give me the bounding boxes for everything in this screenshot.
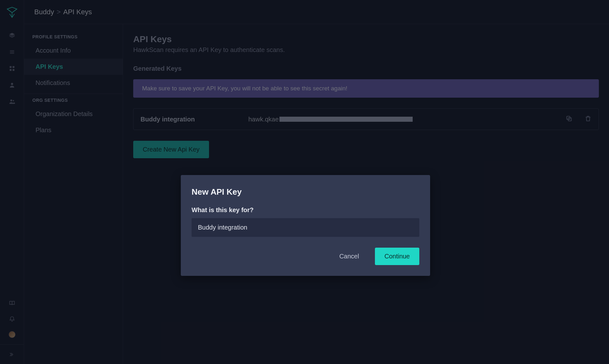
modal-field-label: What is this key for? bbox=[192, 206, 419, 214]
new-api-key-modal: New API Key What is this key for? Cancel… bbox=[181, 175, 430, 276]
key-purpose-input[interactable] bbox=[192, 218, 419, 237]
continue-button[interactable]: Continue bbox=[375, 248, 419, 265]
cancel-button[interactable]: Cancel bbox=[333, 248, 365, 264]
modal-title: New API Key bbox=[192, 187, 419, 197]
